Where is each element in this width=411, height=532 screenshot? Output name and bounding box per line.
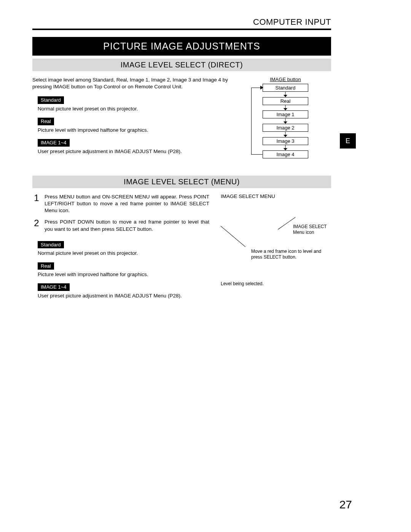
cycle-box: Image 2 xyxy=(263,124,308,132)
loop-line xyxy=(251,88,263,155)
arrow-down-icon xyxy=(263,118,308,124)
desc-image14: User preset picture adjustment in IMAGE … xyxy=(38,148,228,155)
image-select-menu-title: IMAGE SELECT MENU xyxy=(221,193,331,199)
callout-selected: Level being selected. xyxy=(221,281,264,286)
arrow-down-icon xyxy=(263,105,308,110)
label-image14: IMAGE 1~4 xyxy=(38,139,70,147)
header-rule xyxy=(32,29,331,30)
cycle-box: Real xyxy=(263,97,308,105)
arrow-down-icon xyxy=(263,145,308,150)
section1-title: IMAGE LEVEL SELECT (DIRECT) xyxy=(32,59,331,71)
cycle-box: Image 3 xyxy=(263,137,308,145)
step-number: 2 xyxy=(32,219,41,232)
callout-move: Move a red frame icon to level and press… xyxy=(251,249,327,260)
desc-real: Picture level with improved halftone for… xyxy=(38,127,228,134)
label-standard: Standard xyxy=(38,96,64,104)
section-header: COMPUTER INPUT xyxy=(32,17,331,29)
page-number: 27 xyxy=(339,498,352,511)
desc-real: Picture level with improved halftone for… xyxy=(38,271,209,278)
cycle-diagram: Standard Real Image 1 Image 2 Image 3 Im… xyxy=(263,84,308,158)
desc-image14: User preset picture adjustment in IMAGE … xyxy=(38,292,209,299)
main-title: PICTURE IMAGE ADJUSTMENTS xyxy=(32,37,331,56)
arrow-down-icon xyxy=(263,92,308,97)
cycle-box: Standard xyxy=(263,84,308,92)
step-text: Press POINT DOWN button to move a red fr… xyxy=(45,219,209,232)
loop-arrowhead-icon xyxy=(260,86,263,89)
section2-title: IMAGE LEVEL SELECT (MENU) xyxy=(32,176,331,188)
callout-menu-icon: IMAGE SELECT Menu icon xyxy=(293,224,331,235)
arrow-down-icon xyxy=(263,132,308,137)
label-image14: IMAGE 1~4 xyxy=(38,283,70,291)
step-text: Press MENU button and ON-SCREEN MENU wil… xyxy=(45,193,209,214)
side-tab: E xyxy=(340,133,356,149)
label-standard: Standard xyxy=(38,241,64,249)
cycle-box: Image 4 xyxy=(263,150,308,158)
image-button-label: IMAGE button xyxy=(240,77,331,82)
cycle-box: Image 1 xyxy=(263,110,308,118)
desc-standard: Normal picture level preset on this proj… xyxy=(38,250,209,257)
label-real: Real xyxy=(38,262,54,270)
desc-standard: Normal picture level preset on this proj… xyxy=(38,105,228,112)
step-number: 1 xyxy=(32,193,41,214)
label-real: Real xyxy=(38,118,54,125)
section1-intro: Select image level among Standard, Real,… xyxy=(32,77,228,90)
callout-line-icon xyxy=(220,226,245,247)
